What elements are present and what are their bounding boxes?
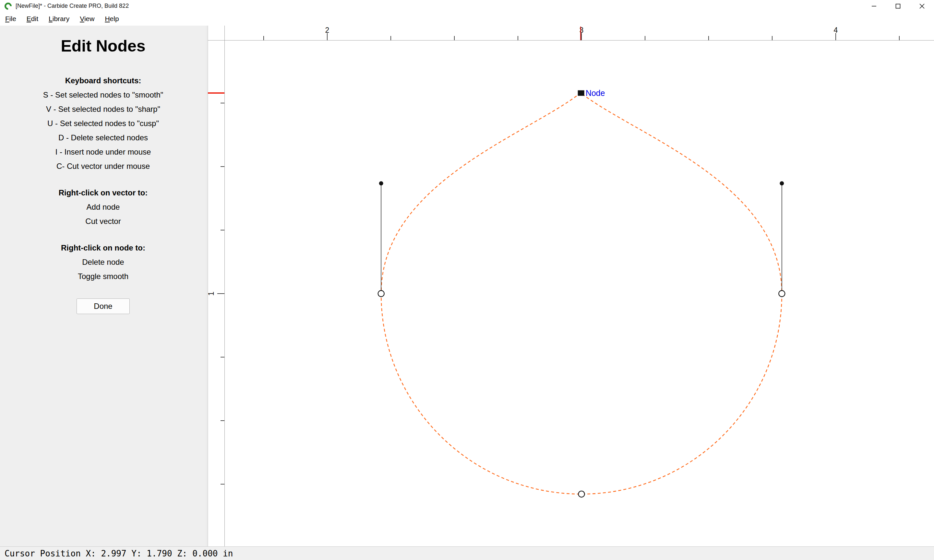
control-handle-point[interactable] — [780, 181, 784, 185]
rightclick-node-heading: Right-click on node to: — [0, 243, 206, 252]
menu-item-edit[interactable]: Edit — [22, 13, 43, 25]
panel-title: Edit Nodes — [0, 37, 206, 55]
node-tooltip-label: Node — [586, 88, 605, 97]
ruler-corner — [208, 26, 225, 40]
vector-path[interactable] — [381, 93, 782, 494]
hruler-tick — [518, 36, 518, 40]
vruler-tick — [220, 357, 224, 357]
vruler-tick — [220, 420, 224, 421]
window-title: [NewFile]* - Carbide Create PRO, Build 8… — [15, 3, 129, 9]
shortcut-item-smooth: S - Set selected nodes to "smooth" — [0, 91, 206, 100]
cursor-position-text: Cursor Position X: 2.997 Y: 1.790 Z: 0.0… — [5, 549, 233, 558]
shortcut-item-cusp: U - Set selected nodes to "cusp" — [0, 119, 206, 128]
hruler-tick — [390, 36, 391, 40]
node-action-delete-node: Delete node — [0, 258, 206, 267]
hruler-label: 4 — [834, 26, 838, 35]
canvas-area: 234 1 Node — [208, 26, 934, 546]
hruler-label: 2 — [325, 26, 330, 35]
vruler-tick — [220, 103, 224, 103]
shortcut-item-insert: I - Insert node under mouse — [0, 148, 206, 157]
hruler-tick — [454, 36, 455, 40]
shortcut-item-cut: C- Cut vector under mouse — [0, 162, 206, 171]
hruler-tick — [264, 36, 264, 40]
maximize-button[interactable] — [886, 0, 910, 12]
node-action-toggle-smooth: Toggle smooth — [0, 272, 206, 281]
menu-item-library[interactable]: Library — [43, 13, 75, 25]
hruler-tick — [772, 36, 772, 40]
menu-item-view[interactable]: View — [75, 13, 100, 25]
window-controls — [862, 0, 934, 12]
path-node[interactable] — [378, 291, 384, 297]
hruler-tick — [899, 36, 900, 40]
path-node[interactable] — [779, 291, 785, 297]
vector-action-cut-vector: Cut vector — [0, 217, 206, 226]
cursor-x-marker — [580, 26, 581, 40]
done-button[interactable]: Done — [77, 298, 129, 314]
close-icon — [919, 3, 926, 10]
control-handle-point[interactable] — [379, 181, 383, 185]
design-viewport[interactable]: Node — [225, 40, 934, 546]
menu-bar: File Edit Library View Help — [0, 12, 934, 26]
vruler-tick — [220, 230, 224, 231]
keyboard-shortcuts-heading: Keyboard shortcuts: — [0, 76, 206, 85]
title-bar: [NewFile]* - Carbide Create PRO, Build 8… — [0, 0, 934, 12]
vruler-label: 1 — [208, 292, 216, 296]
vruler-tick — [220, 484, 224, 485]
app-logo-icon — [3, 1, 13, 11]
status-bar: Cursor Position X: 2.997 Y: 1.790 Z: 0.0… — [0, 546, 934, 560]
selected-node[interactable] — [578, 91, 584, 96]
vector-action-add-node: Add node — [0, 203, 206, 212]
rightclick-vector-heading: Right-click on vector to: — [0, 188, 206, 197]
vertical-ruler: 1 — [208, 40, 225, 546]
hruler-tick — [708, 36, 709, 40]
path-node[interactable] — [579, 491, 585, 497]
cursor-y-marker — [208, 92, 224, 94]
vruler-tick — [217, 293, 224, 294]
vruler-tick — [220, 166, 224, 167]
edit-nodes-panel: Edit Nodes Keyboard shortcuts: S - Set s… — [0, 26, 207, 546]
minimize-icon — [871, 3, 878, 10]
menu-item-help[interactable]: Help — [100, 13, 124, 25]
canvas-svg[interactable]: Node — [225, 40, 934, 546]
minimize-button[interactable] — [862, 0, 886, 12]
shortcut-item-delete: D - Delete selected nodes — [0, 133, 206, 142]
maximize-icon — [894, 3, 902, 10]
close-button[interactable] — [910, 0, 934, 12]
horizontal-ruler: 234 — [225, 26, 934, 40]
menu-item-file[interactable]: File — [0, 13, 22, 25]
hruler-tick — [645, 36, 645, 40]
shortcut-item-sharp: V - Set selected nodes to "sharp" — [0, 105, 206, 114]
